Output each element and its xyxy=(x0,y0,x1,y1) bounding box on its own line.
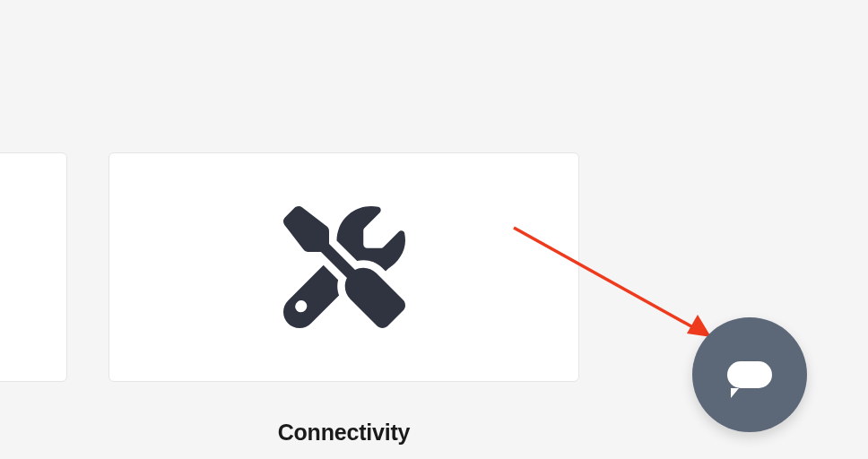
tools-icon xyxy=(283,206,405,328)
svg-marker-1 xyxy=(687,315,711,337)
card-label-connectivity: Connectivity xyxy=(108,420,579,446)
connectivity-card[interactable] xyxy=(108,152,579,382)
chat-button[interactable] xyxy=(692,317,807,432)
adjacent-card-partial[interactable] xyxy=(0,152,67,382)
chat-icon xyxy=(727,361,772,388)
